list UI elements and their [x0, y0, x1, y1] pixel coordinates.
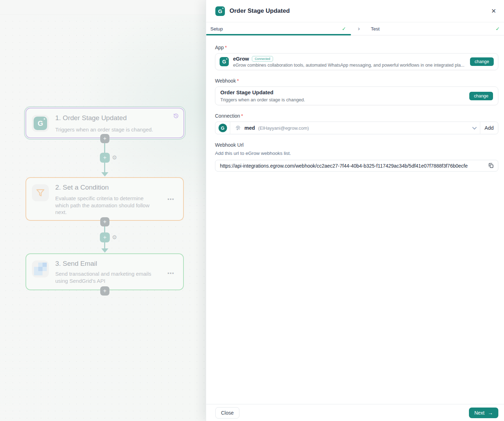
change-webhook-button[interactable]: change [469, 92, 493, 100]
webhook-url-field: Webhook Url Add this url to eGrow webhoo… [215, 142, 498, 172]
webhook-url-hint: Add this url to eGrow webhooks list. [215, 151, 498, 156]
connection-field: Connection* G med (ElHayyani@egrow.com) [215, 113, 498, 134]
next-button[interactable]: Next → [469, 408, 498, 418]
step-description: Evaluate specific criteria to determine … [55, 195, 153, 216]
required-asterisk: * [237, 78, 239, 84]
step-description: Send transactional and marketing emails … [55, 270, 154, 284]
app-name: eGrow [233, 56, 249, 62]
add-step-button-teal[interactable]: + [100, 232, 110, 242]
panel-body: App* G ✦ eGrow Connected eGrow combines … [206, 35, 504, 404]
step-icon-container [32, 260, 49, 277]
panel-title: Order Stage Updated [230, 7, 290, 15]
connector-arrow-icon [101, 248, 108, 253]
app-description: eGrow combines collaboration tools, auto… [233, 63, 465, 68]
step-title: 2. Set a Condition [55, 184, 109, 191]
webhook-name: Order Stage Updated [220, 89, 464, 95]
step-description: Triggers when an order stage is changed. [55, 126, 153, 133]
step-card-send-email[interactable]: 3. Send Email Send transactional and mar… [26, 253, 184, 290]
sparkle-icon: ✦ [222, 7, 224, 10]
app-field-label: App* [215, 45, 498, 50]
next-button-label: Next [474, 410, 485, 416]
add-step-button[interactable]: + [100, 217, 109, 226]
change-app-button[interactable]: change [470, 57, 494, 66]
close-button[interactable]: Close [215, 407, 239, 419]
step-icon-container: G ✦ [32, 115, 49, 132]
webhook-url-input[interactable] [220, 163, 485, 169]
connection-app-icon-cell: G [215, 122, 230, 134]
step-title: 1. Order Stage Updated [55, 114, 127, 122]
copy-icon[interactable] [487, 162, 494, 169]
panel-footer: Close Next → [206, 404, 504, 421]
check-icon: ✓ [495, 26, 500, 32]
egrow-logo-icon: G ✦ [220, 57, 229, 66]
panel-header: G ✦ Order Stage Updated ✕ [206, 0, 504, 22]
step-title: 3. Send Email [55, 260, 97, 268]
webhook-url-box [215, 160, 498, 172]
connection-email: (ElHayyani@egrow.com) [258, 125, 309, 131]
webhook-card: Order Stage Updated Triggers when an ord… [215, 86, 498, 105]
step-card-set-condition[interactable]: 2. Set a Condition Evaluate specific cri… [26, 177, 184, 221]
filter-icon [35, 187, 46, 198]
tab-setup-label: Setup [210, 26, 223, 32]
webhook-field-label: Webhook* [215, 78, 498, 84]
required-asterisk: * [225, 45, 227, 50]
connection-row: G med (ElHayyani@egrow.com) Add [215, 122, 498, 134]
add-connection-button[interactable]: Add [480, 122, 498, 134]
egrow-logo-icon: G ✦ [215, 6, 225, 16]
chevron-right-icon: › [351, 22, 367, 35]
screen: G ✦ 1. Order Stage Updated Triggers when… [0, 0, 504, 421]
webhook-description: Triggers when an order stage is changed. [220, 97, 464, 102]
fingerprint-icon [235, 125, 241, 131]
connected-badge: Connected [252, 56, 273, 62]
app-card: G ✦ eGrow Connected eGrow combines colla… [215, 53, 498, 70]
connector-arrow-icon [101, 172, 108, 176]
add-step-button[interactable]: + [100, 134, 109, 143]
egrow-logo-icon: G ✦ [34, 117, 47, 130]
sendgrid-icon [34, 263, 47, 275]
step-menu-ellipsis-icon[interactable]: ⋯ [167, 269, 175, 277]
connection-field-label: Connection* [215, 113, 498, 119]
tab-test-label: Test [371, 26, 380, 32]
gear-icon[interactable]: ⚙ [112, 155, 117, 161]
required-asterisk: * [241, 113, 243, 119]
panel-tabbar: Setup ✓ › Test ✓ [206, 22, 504, 35]
arrow-right-icon: → [488, 410, 493, 415]
check-icon: ✓ [342, 26, 346, 32]
gear-icon[interactable]: ⚙ [112, 235, 117, 240]
step-icon-container [32, 184, 49, 201]
add-step-button-teal[interactable]: + [100, 153, 110, 163]
sparkle-icon: ✦ [43, 118, 46, 121]
sparkle-icon: ✦ [226, 58, 228, 60]
step-menu-ellipsis-icon[interactable]: ⋯ [167, 195, 175, 203]
webhook-field: Webhook* Order Stage Updated Triggers wh… [215, 78, 498, 105]
connection-name: med [244, 125, 255, 131]
chevron-down-icon [472, 125, 477, 130]
webhook-url-field-label: Webhook Url [215, 142, 498, 148]
connection-select[interactable]: med (ElHayyani@egrow.com) [230, 122, 480, 134]
tab-setup[interactable]: Setup ✓ [206, 22, 351, 35]
history-icon[interactable] [173, 113, 179, 119]
app-field: App* G ✦ eGrow Connected eGrow combines … [215, 45, 498, 70]
trigger-config-panel: G ✦ Order Stage Updated ✕ Setup ✓ › Test… [206, 0, 504, 421]
tab-test[interactable]: Test ✓ [367, 22, 504, 35]
app-info: eGrow Connected eGrow combines collabora… [233, 56, 465, 68]
add-step-button[interactable]: + [100, 286, 109, 296]
egrow-logo-icon: G [219, 124, 227, 132]
close-icon[interactable]: ✕ [491, 8, 496, 14]
